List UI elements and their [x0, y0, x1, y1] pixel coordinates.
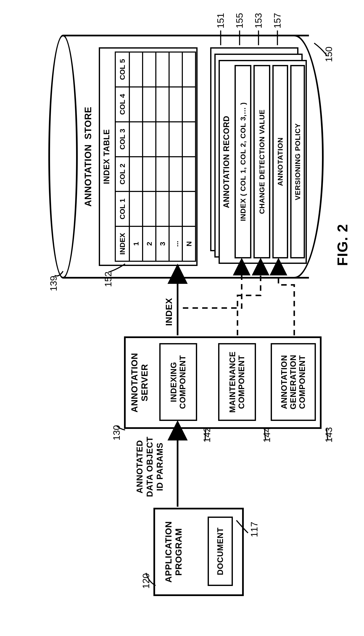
- index-cell: 1: [130, 226, 143, 261]
- ref-155: 155: [234, 13, 245, 28]
- figure-label: FIG. 2: [334, 224, 350, 266]
- indexing-component-label: INDEXING COMPONENT: [169, 346, 187, 418]
- index-cell: 2: [143, 226, 156, 261]
- index-table-header: COL 3: [116, 122, 130, 157]
- ref-152: 152: [103, 272, 114, 287]
- record-row-change-label: CHANGE DETECTION VALUE: [258, 109, 266, 214]
- maintenance-component-label: MAINTENANCE COMPONENT: [228, 346, 246, 418]
- index-cell: 3: [156, 226, 169, 261]
- index-cell: ...: [169, 226, 182, 261]
- annotation-store-cylinder-top: [48, 35, 78, 279]
- index-table-header: COL 2: [116, 157, 130, 192]
- annotation-store-title: ANNOTATION STORE: [83, 35, 93, 279]
- record-row-versioning: VERSIONING POLICY: [290, 65, 305, 258]
- index-table-box: INDEX TABLE INDEX COL 1 COL 2 COL 3 COL …: [99, 47, 198, 266]
- application-program-title-text: APPLICATION PROGRAM: [164, 521, 184, 583]
- index-cell: N: [182, 226, 196, 261]
- arrow-label-annotated-data-object: ANNOTATED DATA OBJECT ID PARAMS: [134, 432, 165, 501]
- index-table-title: INDEX TABLE: [102, 49, 111, 265]
- document-box: DOCUMENT: [208, 517, 233, 586]
- ref-130: 130: [112, 425, 122, 440]
- ref-153: 153: [253, 13, 264, 28]
- ref-143: 143: [324, 427, 334, 443]
- index-arrow-label: INDEX: [164, 298, 174, 326]
- ref-139: 139: [48, 276, 59, 291]
- index-table-header: COL 5: [116, 52, 130, 87]
- record-row-index-label: INDEX ( COL 1, COL 2, COL 3,… ): [239, 102, 247, 221]
- generation-component-label: ANNOTATION GENERATION COMPONENT: [280, 346, 307, 418]
- record-row-index: INDEX ( COL 1, COL 2, COL 3,… ): [234, 65, 251, 258]
- indexing-component-box: INDEXING COMPONENT: [159, 343, 197, 421]
- index-table-header: INDEX: [116, 226, 130, 261]
- index-table-header: COL 4: [116, 87, 130, 122]
- record-row-annotation: ANNOTATION: [272, 65, 288, 258]
- maintenance-component-box: MAINTENANCE COMPONENT: [218, 343, 256, 421]
- ref-144: 144: [262, 427, 272, 443]
- record-row-change: CHANGE DETECTION VALUE: [254, 65, 270, 258]
- ref-151: 151: [216, 13, 226, 28]
- application-program-box: APPLICATION PROGRAM DOCUMENT: [154, 508, 244, 596]
- generation-component-box: ANNOTATION GENERATION COMPONENT: [271, 343, 316, 421]
- ref-117: 117: [249, 522, 260, 537]
- annotation-record-title: ANNOTATION RECORD: [222, 61, 231, 263]
- application-program-title: APPLICATION PROGRAM: [164, 509, 184, 594]
- arrow-label-line1: ANNOTATED: [134, 432, 144, 501]
- index-table-header: COL 1: [116, 192, 130, 226]
- ref-157: 157: [272, 13, 283, 28]
- arrow-label-line2: DATA OBJECT: [144, 432, 155, 501]
- ref-120: 120: [141, 573, 151, 589]
- document-label: DOCUMENT: [216, 527, 225, 575]
- index-table: INDEX COL 1 COL 2 COL 3 COL 4 COL 5 1 2 …: [115, 52, 196, 262]
- annotation-record-card-front: ANNOTATION RECORD INDEX ( COL 1, COL 2, …: [218, 60, 307, 264]
- record-row-annotation-label: ANNOTATION: [276, 137, 284, 186]
- annotation-server-box: ANNOTATION SERVER INDEXING COMPONENT MAI…: [124, 336, 322, 429]
- ref-150: 150: [324, 47, 334, 62]
- annotation-server-title-text: ANNOTATION SERVER: [130, 353, 150, 412]
- record-row-versioning-label: VERSIONING POLICY: [294, 123, 302, 200]
- arrow-label-line3: ID PARAMS: [155, 432, 165, 501]
- ref-142: 142: [202, 427, 212, 443]
- annotation-server-title: ANNOTATION SERVER: [130, 338, 150, 427]
